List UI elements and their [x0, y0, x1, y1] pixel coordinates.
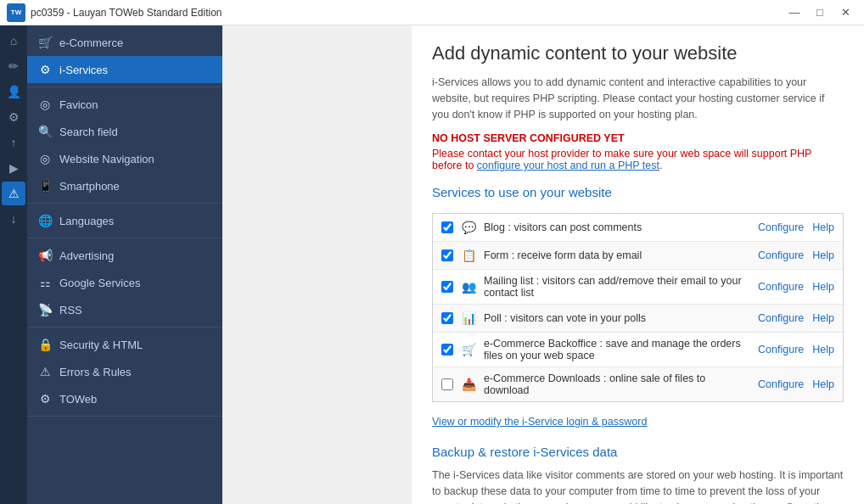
strip-user-icon[interactable]: 👤 — [2, 80, 25, 104]
sidebar-item-googleservices[interactable]: ⚏ Google Services — [27, 269, 222, 296]
page-description: i-Services allows you to add dynamic con… — [432, 75, 844, 122]
sidebar-item-searchfield[interactable]: 🔍 Search field — [27, 118, 222, 145]
sidebar-item-rss[interactable]: 📡 RSS — [27, 296, 222, 323]
service-actions-blog: Configure Help — [758, 221, 834, 233]
app-logo: TW — [7, 3, 25, 22]
strip-home-icon[interactable]: ⌂ — [2, 29, 25, 53]
strip-edit-icon[interactable]: ✏ — [2, 54, 25, 78]
smartphone-icon: 📱 — [37, 178, 53, 193]
advertising-icon: 📢 — [37, 248, 53, 263]
form-icon: 📋 — [460, 247, 477, 264]
view-modify-password-link[interactable]: View or modify the i-Service login & pas… — [432, 416, 844, 428]
sidebar-item-favicon-label: Favicon — [59, 98, 98, 111]
errors-icon: ⚠ — [37, 364, 53, 379]
strip-gear-icon[interactable]: ⚙ — [2, 105, 25, 129]
sidebar-item-advertising-label: Advertising — [59, 249, 114, 262]
warning-link[interactable]: configure your host and run a PHP test — [477, 160, 659, 171]
minimize-button[interactable]: — — [783, 3, 806, 22]
configure-ecommercebackoffice-link[interactable]: Configure — [758, 344, 804, 356]
google-icon: ⚏ — [37, 275, 53, 290]
sidebar-item-rss-label: RSS — [59, 304, 82, 316]
sidebar-section-middle: ◎ Favicon 🔍 Search field ◎ Website Navig… — [27, 87, 222, 204]
rss-icon: 📡 — [37, 302, 53, 317]
configure-ecommercedownloads-link[interactable]: Configure — [758, 378, 804, 390]
service-checkbox-poll[interactable] — [441, 312, 453, 324]
security-icon: 🔒 — [37, 337, 53, 352]
warning-box: NO HOST SERVER CONFIGURED YET Please con… — [432, 132, 844, 171]
help-form-link[interactable]: Help — [812, 249, 834, 261]
sidebar-item-ecommerce[interactable]: 🛒 e-Commerce — [27, 29, 222, 56]
sidebar-item-searchfield-label: Search field — [59, 126, 118, 138]
sidebar-item-security-label: Security & HTML — [59, 339, 143, 351]
backup-section-title: Backup & restore i-Services data — [432, 445, 844, 459]
service-checkbox-form[interactable] — [441, 249, 453, 261]
strip-download-icon[interactable]: ↓ — [2, 207, 25, 231]
warning-title: NO HOST SERVER CONFIGURED YET — [432, 132, 844, 144]
service-actions-form: Configure Help — [758, 249, 834, 261]
strip-upload-icon[interactable]: ↑ — [2, 131, 25, 154]
service-checkbox-blog[interactable] — [441, 221, 453, 233]
backup-section: Backup & restore i-Services data The i-S… — [432, 445, 844, 504]
strip-warning-icon[interactable]: ⚠ — [2, 182, 25, 205]
titlebar: TW pc0359 - Lauyan TOWeb Standard Editio… — [0, 0, 864, 25]
service-checkbox-ecommercedownloads[interactable] — [441, 378, 453, 390]
sidebar-container: ⌂ ✏ 👤 ⚙ ↑ ▶ ⚠ ↓ 🛒 e-Commerce ⚙ i-Service… — [0, 25, 412, 504]
help-ecommercebackoffice-link[interactable]: Help — [812, 344, 834, 356]
sidebar-item-iservices-label: i-Services — [59, 64, 108, 76]
sidebar-section-services: 🛒 e-Commerce ⚙ i-Services — [27, 25, 222, 87]
service-label-mailinglist: Mailing list : visitors can add/remove t… — [484, 275, 751, 299]
toweb-icon: ⚙ — [37, 391, 53, 406]
service-label-blog: Blog : visitors can post comments — [484, 221, 751, 233]
sidebar-item-languages[interactable]: 🌐 Languages — [27, 207, 222, 234]
configure-form-link[interactable]: Configure — [758, 249, 804, 261]
sidebar-item-websitenav-label: Website Navigation — [59, 153, 154, 165]
mailinglist-icon: 👥 — [460, 278, 477, 295]
help-mailinglist-link[interactable]: Help — [812, 281, 834, 293]
search-icon: 🔍 — [37, 124, 53, 139]
sidebar-item-smartphone[interactable]: 📱 Smartphone — [27, 172, 222, 199]
service-checkbox-mailinglist[interactable] — [441, 281, 453, 293]
sidebar-item-errors-label: Errors & Rules — [59, 366, 132, 378]
main-layout: ⌂ ✏ 👤 ⚙ ↑ ▶ ⚠ ↓ 🛒 e-Commerce ⚙ i-Service… — [0, 25, 864, 504]
poll-icon: 📊 — [460, 310, 477, 327]
left-strip: ⌂ ✏ 👤 ⚙ ↑ ▶ ⚠ ↓ — [0, 25, 27, 504]
service-label-form: Form : receive form data by email — [484, 249, 751, 261]
ecommerce-icon: 🛒 — [37, 35, 53, 50]
sidebar-item-security[interactable]: 🔒 Security & HTML — [27, 331, 222, 358]
service-label-poll: Poll : visitors can vote in your polls — [484, 312, 751, 324]
service-checkbox-ecommercebackoffice[interactable] — [441, 344, 453, 356]
help-blog-link[interactable]: Help — [812, 221, 834, 233]
help-poll-link[interactable]: Help — [812, 312, 834, 324]
sidebar-item-websitenav[interactable]: ◎ Website Navigation — [27, 145, 222, 172]
maximize-button[interactable]: □ — [808, 3, 832, 22]
ecommercebackoffice-icon: 🛒 — [460, 341, 477, 358]
languages-icon: 🌐 — [37, 213, 53, 228]
service-row-ecommercedownloads: 📥 e-Commerce Downloads : online sale of … — [433, 367, 843, 401]
configure-blog-link[interactable]: Configure — [758, 221, 804, 233]
sidebar-section-security: 🔒 Security & HTML ⚠ Errors & Rules ⚙ TOW… — [27, 328, 222, 417]
sidebar-item-advertising[interactable]: 📢 Advertising — [27, 242, 222, 269]
services-section-title: Services to use on your website — [432, 185, 844, 204]
service-actions-poll: Configure Help — [758, 312, 834, 324]
iservices-icon: ⚙ — [37, 62, 53, 77]
configure-mailinglist-link[interactable]: Configure — [758, 281, 804, 293]
configure-poll-link[interactable]: Configure — [758, 312, 804, 324]
service-row-blog: 💬 Blog : visitors can post comments Conf… — [433, 214, 843, 242]
favicon-icon: ◎ — [37, 97, 53, 112]
warning-text: Please contact your host provider to mak… — [432, 148, 844, 171]
sidebar-item-favicon[interactable]: ◎ Favicon — [27, 91, 222, 118]
service-actions-ecommercebackoffice: Configure Help — [758, 344, 834, 356]
strip-play-icon[interactable]: ▶ — [2, 156, 25, 180]
sidebar-item-toweb[interactable]: ⚙ TOWeb — [27, 385, 222, 412]
sidebar-item-languages-label: Languages — [59, 215, 114, 227]
sidebar-item-googleservices-label: Google Services — [59, 277, 140, 289]
nav-icon: ◎ — [37, 151, 53, 166]
blog-icon: 💬 — [460, 219, 477, 236]
sidebar-item-toweb-label: TOWeb — [59, 393, 97, 406]
sidebar-item-errors[interactable]: ⚠ Errors & Rules — [27, 358, 222, 385]
help-ecommercedownloads-link[interactable]: Help — [812, 378, 834, 390]
sidebar-section-advertising: 📢 Advertising ⚏ Google Services 📡 RSS — [27, 238, 222, 328]
sidebar-item-iservices[interactable]: ⚙ i-Services — [27, 56, 222, 83]
content-area: Add dynamic content to your website i-Se… — [412, 25, 864, 504]
close-button[interactable]: ✕ — [833, 3, 857, 22]
